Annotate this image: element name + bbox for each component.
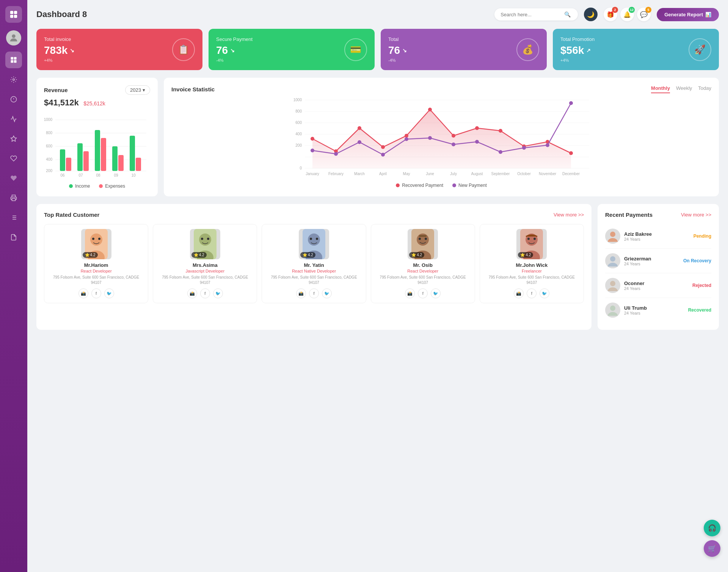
year-selector[interactable]: 2023 ▾ (125, 85, 150, 95)
search-box[interactable]: 🔍 (494, 8, 578, 20)
svg-rect-2 (10, 15, 13, 18)
search-input[interactable] (500, 12, 561, 17)
tab-weekly[interactable]: Weekly (676, 85, 692, 93)
floating-headset-button[interactable]: 🎧 (704, 520, 720, 536)
trend-icon-total: ↘ (402, 47, 407, 53)
svg-marker-13 (11, 136, 17, 141)
instagram-icon-0[interactable]: 📸 (78, 288, 88, 298)
sidebar-item-heart1[interactable] (5, 150, 22, 167)
sidebar-item-info[interactable] (5, 91, 22, 108)
sidebar-item-settings[interactable] (5, 71, 22, 88)
payments-view-more[interactable]: View more >> (681, 212, 711, 218)
income-dot (69, 184, 73, 188)
stat-info-total: Total 76 ↘ -4% (388, 36, 407, 63)
customer-role-3: React Developer (376, 269, 470, 273)
payment-years-2: 24 Years (624, 286, 689, 291)
twitter-icon-3[interactable]: 🐦 (431, 288, 441, 298)
twitter-icon-1[interactable]: 🐦 (213, 288, 223, 298)
payment-avatar-0 (605, 229, 620, 244)
stat-total-promotion[interactable]: Total Promotion $56k ↗ +4% 🚀 (553, 29, 719, 70)
sidebar-item-doc[interactable] (5, 229, 22, 246)
svg-point-76 (405, 137, 408, 141)
svg-rect-35 (95, 130, 100, 171)
tab-monthly[interactable]: Monthly (651, 85, 670, 93)
recovered-dot (396, 183, 400, 187)
svg-rect-14 (12, 199, 16, 201)
stat-label-total: Total (388, 36, 407, 42)
svg-rect-7 (11, 60, 14, 63)
svg-point-4 (12, 34, 15, 38)
facebook-icon-2[interactable]: f (309, 288, 319, 298)
svg-point-75 (381, 153, 385, 157)
gift-icon-button[interactable]: 🎁 2 (604, 8, 617, 21)
svg-text:September: September (491, 172, 510, 176)
sidebar-logo[interactable] (5, 6, 22, 23)
twitter-icon-2[interactable]: 🐦 (322, 288, 332, 298)
dark-mode-button[interactable]: 🌙 (584, 8, 598, 21)
svg-text:1000: 1000 (293, 98, 302, 102)
sidebar-item-list[interactable] (5, 209, 22, 226)
stat-icon-payment: 💳 (344, 38, 367, 61)
facebook-icon-3[interactable]: f (418, 288, 428, 298)
svg-point-68 (499, 129, 502, 133)
facebook-icon-4[interactable]: f (527, 288, 537, 298)
svg-point-126 (610, 281, 615, 286)
svg-point-129 (608, 312, 618, 316)
instagram-icon-4[interactable]: 📸 (514, 288, 524, 298)
customer-address-0: 795 Folsom Ave, Suite 600 San Francisco,… (49, 275, 143, 285)
svg-text:07: 07 (78, 173, 83, 177)
svg-point-122 (610, 232, 615, 237)
stat-change-total: -4% (388, 58, 407, 63)
stat-value-total: 76 ↘ (388, 44, 407, 56)
svg-point-127 (608, 287, 618, 291)
legend-recovered: Recovered Payment (396, 183, 443, 188)
sidebar-item-heart2[interactable] (5, 170, 22, 186)
svg-text:May: May (403, 172, 410, 176)
sidebar-avatar[interactable] (6, 30, 21, 45)
bell-icon-button[interactable]: 🔔 12 (620, 8, 634, 21)
facebook-icon-1[interactable]: f (200, 288, 210, 298)
svg-text:600: 600 (46, 144, 52, 148)
svg-point-60 (311, 137, 314, 141)
stat-total-invoice[interactable]: Total invoice 783k ↘ +4% 📋 (36, 29, 202, 70)
sidebar-item-dashboard[interactable] (5, 52, 22, 68)
svg-text:200: 200 (295, 143, 302, 147)
sidebar-item-star[interactable] (5, 130, 22, 147)
generate-report-label: Generate Report (664, 12, 703, 17)
svg-text:December: December (562, 172, 580, 176)
stat-total[interactable]: Total 76 ↘ -4% 💰 (381, 29, 547, 70)
sidebar-item-analytics[interactable] (5, 111, 22, 127)
svg-point-114 (419, 238, 421, 240)
svg-text:July: July (450, 172, 457, 176)
sidebar (0, 0, 27, 572)
revenue-chart-title: Revenue (44, 87, 68, 93)
instagram-icon-1[interactable]: 📸 (187, 288, 197, 298)
tab-today[interactable]: Today (698, 85, 711, 93)
revenue-main-value: $41,512k (44, 98, 79, 107)
chat-icon-button[interactable]: 💬 5 (637, 8, 651, 21)
instagram-icon-2[interactable]: 📸 (296, 288, 306, 298)
bottom-row: Top Rated Customer View more >> ⭐ 4.2 Mr… (36, 204, 719, 330)
svg-point-80 (499, 150, 502, 154)
svg-point-73 (334, 152, 338, 156)
facebook-icon-0[interactable]: f (91, 288, 101, 298)
sidebar-item-print[interactable] (5, 190, 22, 206)
payments-card: Recent Payments View more >> Aziz Bakree… (598, 204, 719, 330)
revenue-sub-value: $25,612k (83, 100, 105, 107)
customers-view-more[interactable]: View more >> (554, 212, 584, 218)
generate-report-button[interactable]: Generate Report 📊 (657, 8, 719, 21)
invoice-line-chart: 1000 800 600 400 200 0 (171, 96, 711, 180)
svg-rect-116 (419, 235, 427, 237)
instagram-icon-3[interactable]: 📸 (405, 288, 415, 298)
svg-rect-40 (136, 158, 141, 171)
expenses-dot (99, 184, 103, 188)
twitter-icon-4[interactable]: 🐦 (540, 288, 549, 298)
chat-badge: 5 (645, 7, 651, 13)
customer-rating-0: ⭐ 4.2 (83, 252, 98, 258)
invoice-chart-header: Invoice Statistic Monthly Weekly Today (171, 85, 711, 93)
floating-cart-button[interactable]: 🛒 (704, 540, 720, 557)
svg-rect-1 (14, 11, 17, 14)
stat-secure-payment[interactable]: Secure Payment 76 ↘ -4% 💳 (209, 29, 375, 70)
twitter-icon-0[interactable]: 🐦 (104, 288, 114, 298)
customer-photo-1: ⭐ 4.2 (190, 229, 220, 259)
